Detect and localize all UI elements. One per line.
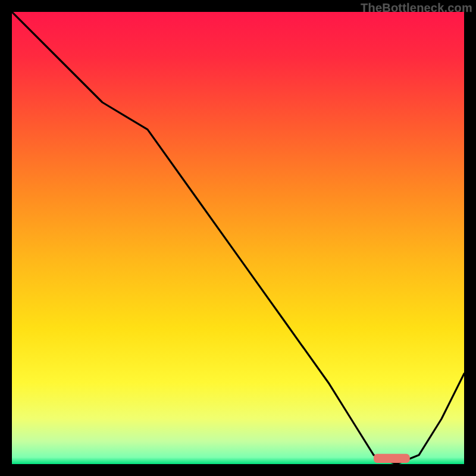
chart-frame: TheBottleneck.com bbox=[0, 0, 476, 476]
plot-area bbox=[12, 12, 464, 464]
gradient-background bbox=[12, 12, 464, 464]
svg-rect-0 bbox=[12, 12, 464, 464]
